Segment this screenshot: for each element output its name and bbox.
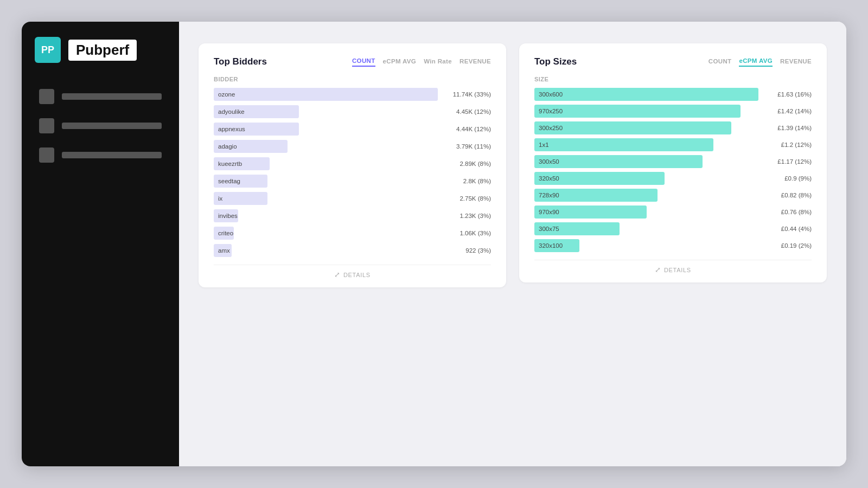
bidder-value: 4.44K (12%) xyxy=(442,126,491,132)
size-value: £1.17 (12%) xyxy=(763,158,812,165)
size-name: 1x1 xyxy=(539,142,549,148)
top-sizes-card: Top Sizes COUNT eCPM AVG REVENUE Size 30… xyxy=(519,43,827,282)
bidders-tabs: COUNT eCPM AVG Win Rate REVENUE xyxy=(352,57,491,67)
sidebar: PP Pubperf xyxy=(22,22,179,466)
size-name: 970x90 xyxy=(539,209,559,215)
bidders-tab-ecpm[interactable]: eCPM AVG xyxy=(383,58,417,66)
bidder-bar-wrap: criteo xyxy=(214,227,438,240)
size-value: £0.44 (4%) xyxy=(763,226,812,232)
app-container: PP Pubperf Top Bidders xyxy=(22,22,846,466)
size-bar-wrap: 300x600 xyxy=(534,88,758,101)
bidders-tab-count[interactable]: COUNT xyxy=(352,57,375,67)
sidebar-nav xyxy=(22,78,179,174)
bidder-bar-wrap: seedtag xyxy=(214,175,438,188)
table-row: amx 922 (3%) xyxy=(214,244,491,257)
sidebar-item-3[interactable] xyxy=(33,142,168,168)
sizes-details-link[interactable]: DETAILS xyxy=(655,266,691,274)
size-name: 970x250 xyxy=(539,108,563,114)
bidder-bar-wrap: invibes xyxy=(214,209,438,222)
size-value: £1.42 (14%) xyxy=(763,108,812,114)
bidders-tab-revenue[interactable]: REVENUE xyxy=(459,58,491,66)
bidder-bar-wrap: adyoulike xyxy=(214,105,438,118)
table-row: kueezrtb 2.89K (8%) xyxy=(214,157,491,170)
size-value: £0.82 (8%) xyxy=(763,192,812,198)
logo-name: Pubperf xyxy=(68,40,137,61)
sizes-footer: DETAILS xyxy=(534,260,812,274)
sidebar-item-2[interactable] xyxy=(33,113,168,139)
bidders-list: ozone 11.74K (33%) adyoulike 4.45K (12%)… xyxy=(214,88,491,257)
bidder-value: 2.75K (8%) xyxy=(442,195,491,202)
sizes-tab-count[interactable]: COUNT xyxy=(709,58,732,66)
size-bar-wrap: 320x50 xyxy=(534,172,758,185)
sizes-tab-ecpm[interactable]: eCPM AVG xyxy=(739,57,773,67)
bidder-bar-wrap: ix xyxy=(214,192,438,205)
size-bar-wrap: 1x1 xyxy=(534,138,758,151)
bidder-value: 11.74K (33%) xyxy=(442,91,491,98)
table-row: adagio 3.79K (11%) xyxy=(214,140,491,153)
table-row: 970x90 £0.76 (8%) xyxy=(534,206,812,219)
size-value: £0.9 (9%) xyxy=(763,175,812,182)
size-name: 300x250 xyxy=(539,125,563,131)
bidder-name: ix xyxy=(218,195,222,202)
size-bar xyxy=(534,88,758,101)
table-row: 300x50 £1.17 (12%) xyxy=(534,155,812,168)
table-row: ix 2.75K (8%) xyxy=(214,192,491,205)
size-bar xyxy=(534,155,703,168)
bidder-name: amx xyxy=(218,247,230,254)
size-bar xyxy=(534,105,741,118)
bidder-name: ozone xyxy=(218,91,235,98)
size-name: 320x50 xyxy=(539,175,559,182)
table-row: 320x100 £0.19 (2%) xyxy=(534,239,812,252)
size-bar-wrap: 300x75 xyxy=(534,222,758,235)
nav-label-1 xyxy=(62,93,162,100)
nav-icon-1 xyxy=(39,89,54,104)
cards-row: Top Bidders COUNT eCPM AVG Win Rate REVE… xyxy=(199,43,827,287)
size-bar-wrap: 320x100 xyxy=(534,239,758,252)
bidder-name: adyoulike xyxy=(218,108,245,115)
nav-icon-2 xyxy=(39,118,54,133)
bidder-bar xyxy=(214,88,438,101)
table-row: 300x75 £0.44 (4%) xyxy=(534,222,812,235)
size-name: 300x50 xyxy=(539,158,559,165)
table-row: 728x90 £0.82 (8%) xyxy=(534,189,812,202)
nav-icon-3 xyxy=(39,147,54,163)
table-row: appnexus 4.44K (12%) xyxy=(214,123,491,136)
table-row: 300x600 £1.63 (16%) xyxy=(534,88,812,101)
size-name: 300x75 xyxy=(539,226,559,232)
table-row: 970x250 £1.42 (14%) xyxy=(534,105,812,118)
bidder-value: 1.06K (3%) xyxy=(442,230,491,236)
bidder-value: 4.45K (12%) xyxy=(442,108,491,115)
main-content: Top Bidders COUNT eCPM AVG Win Rate REVE… xyxy=(179,22,846,466)
nav-label-2 xyxy=(62,123,162,129)
size-bar-wrap: 970x250 xyxy=(534,105,758,118)
bidder-name: kueezrtb xyxy=(218,160,242,167)
bidder-name: seedtag xyxy=(218,178,240,184)
size-value: £1.63 (16%) xyxy=(763,91,812,98)
table-row: 300x250 £1.39 (14%) xyxy=(534,121,812,134)
size-value: £1.39 (14%) xyxy=(763,125,812,131)
bidder-bar-wrap: kueezrtb xyxy=(214,157,438,170)
sizes-tab-revenue[interactable]: REVENUE xyxy=(780,58,812,66)
table-row: ozone 11.74K (33%) xyxy=(214,88,491,101)
size-value: £1.2 (12%) xyxy=(763,142,812,148)
bidders-tab-winrate[interactable]: Win Rate xyxy=(424,58,452,66)
size-bar xyxy=(534,138,713,151)
bidders-title: Top Bidders xyxy=(214,56,267,67)
bidder-value: 2.8K (8%) xyxy=(442,178,491,184)
table-row: adyoulike 4.45K (12%) xyxy=(214,105,491,118)
table-row: 320x50 £0.9 (9%) xyxy=(534,172,812,185)
table-row: 1x1 £1.2 (12%) xyxy=(534,138,812,151)
size-value: £0.76 (8%) xyxy=(763,209,812,215)
size-bar-wrap: 728x90 xyxy=(534,189,758,202)
bidders-card-header: Top Bidders COUNT eCPM AVG Win Rate REVE… xyxy=(214,56,491,67)
bidders-col-header: Bidder xyxy=(214,76,491,82)
bidder-name: adagio xyxy=(218,143,237,150)
size-name: 300x600 xyxy=(539,91,563,98)
table-row: seedtag 2.8K (8%) xyxy=(214,175,491,188)
bidder-name: appnexus xyxy=(218,126,245,132)
bidder-value: 3.79K (11%) xyxy=(442,143,491,150)
logo-icon: PP xyxy=(35,37,61,63)
bidder-bar-wrap: ozone xyxy=(214,88,438,101)
sidebar-item-1[interactable] xyxy=(33,84,168,110)
bidders-details-link[interactable]: DETAILS xyxy=(334,271,370,279)
